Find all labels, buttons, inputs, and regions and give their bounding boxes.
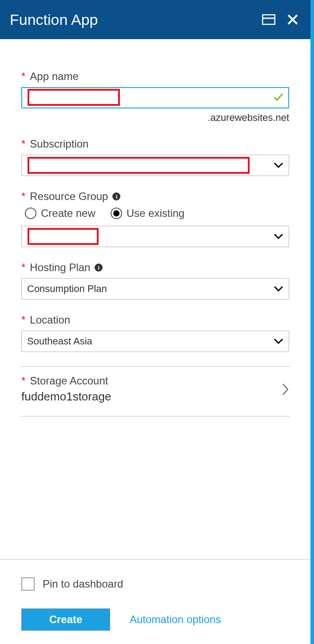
label-hosting-plan: * Hosting Plan i <box>21 261 289 274</box>
info-icon[interactable]: i <box>112 192 120 200</box>
radio-label: Use existing <box>127 207 185 220</box>
close-icon[interactable] <box>285 12 301 28</box>
required-asterisk: * <box>21 315 25 325</box>
storage-account-row[interactable]: * Storage Account fuddemo1storage <box>21 367 289 416</box>
blade-content: * App name .azurewebsites.net * Subscrip… <box>0 39 310 559</box>
field-resource-group: * Resource Group i Create new Use existi… <box>21 190 289 247</box>
chevron-right-icon <box>282 383 289 396</box>
chevron-down-icon <box>274 286 283 292</box>
app-name-input[interactable] <box>21 87 289 108</box>
resource-group-mode: Create new Use existing <box>25 207 289 220</box>
field-app-name: * App name .azurewebsites.net <box>21 70 289 124</box>
header-actions <box>261 12 301 28</box>
divider <box>20 416 290 416</box>
required-asterisk: * <box>21 139 25 149</box>
blade-header: Function App <box>0 0 310 39</box>
function-app-blade: Function App * App name .a <box>0 0 314 644</box>
app-name-suffix: .azurewebsites.net <box>21 112 289 124</box>
select-value: Southeast Asia <box>27 336 92 347</box>
resource-group-select[interactable] <box>21 226 289 247</box>
location-select[interactable]: Southeast Asia <box>21 331 289 352</box>
radio-circle <box>25 208 36 219</box>
radio-label: Create new <box>41 207 95 220</box>
label-text: Location <box>30 314 70 326</box>
label-text: App name <box>30 70 78 83</box>
label-text: Hosting Plan <box>30 261 90 274</box>
label-location: * Location <box>21 314 289 326</box>
label-text: Resource Group <box>30 190 108 203</box>
subscription-select-wrap <box>21 155 289 176</box>
maximize-icon[interactable] <box>261 12 277 28</box>
app-name-input-wrap <box>21 87 289 108</box>
pin-checkbox[interactable] <box>21 577 35 591</box>
chevron-down-icon <box>274 233 283 240</box>
subscription-select[interactable] <box>21 155 289 176</box>
pin-to-dashboard-row: Pin to dashboard <box>21 577 289 591</box>
info-icon[interactable]: i <box>95 264 103 272</box>
required-asterisk: * <box>21 191 25 202</box>
label-resource-group: * Resource Group i <box>21 190 289 203</box>
footer-actions: Create Automation options <box>21 608 289 631</box>
label-subscription: * Subscription <box>21 138 289 150</box>
chevron-down-icon <box>274 162 283 168</box>
required-asterisk: * <box>21 376 25 386</box>
chevron-down-icon <box>274 338 283 344</box>
label-text: Storage Account <box>30 375 108 387</box>
storage-account-text: * Storage Account fuddemo1storage <box>21 375 282 404</box>
field-hosting-plan: * Hosting Plan i Consumption Plan <box>21 261 289 300</box>
field-subscription: * Subscription <box>21 138 289 176</box>
label-storage-account: * Storage Account <box>21 375 282 387</box>
svg-rect-0 <box>262 15 275 24</box>
hosting-plan-select[interactable]: Consumption Plan <box>21 278 289 300</box>
field-location: * Location Southeast Asia <box>21 314 289 352</box>
radio-use-existing[interactable]: Use existing <box>111 207 185 220</box>
automation-options-link[interactable]: Automation options <box>130 613 221 626</box>
radio-create-new[interactable]: Create new <box>25 207 95 220</box>
select-value: Consumption Plan <box>27 283 107 295</box>
check-icon <box>273 92 284 104</box>
label-app-name: * App name <box>21 70 289 83</box>
radio-circle <box>111 208 122 219</box>
resource-group-select-wrap <box>21 226 289 247</box>
label-text: Subscription <box>30 138 88 150</box>
required-asterisk: * <box>21 262 25 273</box>
create-button[interactable]: Create <box>21 608 110 631</box>
blade-title: Function App <box>10 11 261 28</box>
blade-footer: Pin to dashboard Create Automation optio… <box>0 560 310 644</box>
required-asterisk: * <box>21 71 25 82</box>
radio-dot <box>113 210 119 216</box>
storage-account-value: fuddemo1storage <box>21 390 282 404</box>
pin-label: Pin to dashboard <box>43 578 123 590</box>
